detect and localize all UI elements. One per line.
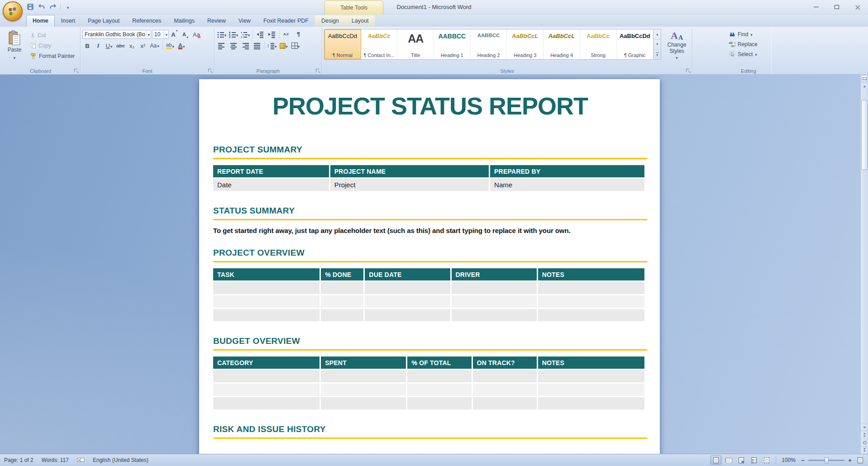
superscript-button[interactable]: x² — [138, 41, 148, 51]
clipboard-dialog-launcher[interactable] — [73, 68, 79, 73]
table-cell[interactable] — [407, 370, 471, 382]
line-spacing-button[interactable] — [267, 41, 277, 51]
style-title[interactable]: AATitle — [397, 29, 434, 59]
draft-view-button[interactable] — [761, 456, 772, 465]
column-header[interactable]: DUE DATE — [365, 268, 450, 281]
increase-indent-button[interactable] — [267, 30, 277, 39]
proofing-status[interactable]: x — [73, 454, 89, 466]
full-screen-reading-view-button[interactable] — [723, 456, 734, 465]
qat-customize-button[interactable] — [63, 2, 73, 12]
column-header[interactable]: % OF TOTAL — [407, 357, 471, 369]
table-cell[interactable] — [321, 295, 363, 308]
multilevel-list-button[interactable] — [240, 30, 251, 39]
table-cell[interactable] — [365, 309, 450, 321]
table-cell[interactable] — [213, 295, 320, 308]
table-cell[interactable] — [473, 370, 537, 382]
minimize-button[interactable] — [806, 0, 826, 14]
table-cell[interactable] — [365, 282, 450, 294]
table-cell[interactable] — [407, 397, 471, 409]
undo-button[interactable] — [37, 2, 47, 12]
column-header[interactable]: ON TRACK? — [473, 357, 537, 369]
table-cell[interactable] — [213, 397, 320, 409]
table-cell[interactable] — [407, 384, 471, 396]
tab-mailings[interactable]: Mailings — [167, 15, 201, 27]
table-cell[interactable] — [538, 370, 644, 382]
ruler-toggle-button[interactable] — [861, 75, 868, 82]
section-heading-risk-history[interactable]: RISK AND ISSUE HISTORY — [213, 424, 647, 439]
maximize-button[interactable] — [826, 0, 847, 14]
scrollbar-thumb[interactable] — [861, 100, 868, 170]
subscript-button[interactable]: x₂ — [127, 41, 137, 51]
table-cell[interactable] — [321, 370, 406, 382]
tab-references[interactable]: References — [126, 15, 167, 27]
borders-button[interactable] — [290, 41, 301, 51]
table-cell[interactable] — [538, 384, 644, 396]
copy-button[interactable]: Copy — [28, 41, 77, 50]
styles-scroll-up-button[interactable] — [653, 29, 661, 39]
previous-page-button[interactable] — [861, 431, 868, 438]
tab-insert[interactable]: Insert — [55, 15, 81, 27]
close-button[interactable] — [847, 0, 868, 14]
section-heading-project-overview[interactable]: PROJECT OVERVIEW — [213, 248, 647, 262]
zoom-slider[interactable] — [808, 460, 844, 461]
paste-button[interactable]: Paste — [3, 29, 26, 67]
style-graphic[interactable]: AaBbCcDd¶ Graphic — [617, 29, 653, 59]
section-heading-budget-overview[interactable]: BUDGET OVERVIEW — [213, 336, 647, 351]
page-indicator[interactable]: Page: 1 of 2 — [0, 454, 38, 466]
column-header[interactable]: DRIVER — [452, 268, 537, 281]
table-cell[interactable] — [538, 309, 644, 321]
table-cell[interactable] — [538, 282, 644, 294]
replace-button[interactable]: abac Replace — [728, 39, 769, 49]
column-header[interactable]: CATEGORY — [213, 357, 320, 369]
table-cell[interactable] — [213, 309, 320, 321]
section-heading-status-summary[interactable]: STATUS SUMMARY — [213, 206, 647, 220]
format-painter-button[interactable]: Format Painter — [28, 51, 77, 61]
column-header[interactable]: SPENT — [321, 357, 406, 369]
paragraph-dialog-launcher[interactable] — [315, 68, 320, 73]
change-case-button[interactable]: Aa — [149, 41, 161, 51]
zoom-out-button[interactable] — [799, 456, 806, 464]
sort-button[interactable] — [281, 30, 292, 39]
show-hide-formatting-button[interactable] — [293, 30, 304, 39]
cut-button[interactable]: ✂ Cut — [28, 30, 77, 40]
decrease-indent-button[interactable] — [255, 30, 266, 39]
table-cell[interactable] — [365, 295, 450, 308]
scroll-up-button[interactable] — [861, 82, 868, 90]
bullets-button[interactable] — [216, 30, 227, 39]
table-cell[interactable] — [473, 384, 537, 396]
table-cell[interactable] — [538, 295, 644, 308]
zoom-slider-thumb[interactable] — [825, 457, 829, 463]
column-header[interactable]: NOTES — [538, 357, 644, 369]
align-left-button[interactable] — [216, 41, 227, 51]
language-indicator[interactable]: English (United States) — [89, 454, 153, 466]
table-cell[interactable] — [213, 384, 320, 396]
justify-button[interactable] — [252, 41, 262, 51]
zoom-level[interactable]: 100% — [780, 457, 797, 463]
scroll-down-button[interactable] — [861, 423, 868, 431]
tab-design[interactable]: Design — [315, 15, 345, 27]
column-header[interactable]: NOTES — [538, 268, 644, 281]
tab-page-layout[interactable]: Page Layout — [81, 15, 126, 27]
align-center-button[interactable] — [228, 41, 239, 51]
styles-dialog-launcher[interactable] — [685, 68, 691, 73]
table-cell[interactable] — [321, 282, 363, 294]
table-cell[interactable] — [452, 295, 537, 308]
style-contact-info[interactable]: AaBbCc¶ Contact In... — [361, 29, 398, 59]
table-cell[interactable] — [321, 384, 406, 396]
style-heading-2[interactable]: AABBCCHeading 2 — [471, 29, 507, 59]
word-count[interactable]: Words: 117 — [38, 454, 73, 466]
save-button[interactable] — [25, 2, 35, 12]
section-heading-project-summary[interactable]: PROJECT SUMMARY — [213, 145, 647, 159]
tab-review[interactable]: Review — [201, 15, 232, 27]
tab-layout[interactable]: Layout — [345, 15, 375, 27]
table-cell[interactable] — [452, 282, 537, 294]
zoom-in-button[interactable] — [846, 456, 854, 464]
style-strong[interactable]: AaBbCcStrong — [580, 29, 617, 59]
styles-scroll-down-button[interactable] — [653, 39, 661, 49]
redo-button[interactable] — [48, 2, 58, 12]
clear-formatting-button[interactable]: Aa — [191, 30, 201, 39]
text-highlight-button[interactable]: ab — [165, 41, 176, 51]
column-header[interactable]: TASK — [213, 268, 320, 281]
font-dialog-launcher[interactable] — [207, 68, 213, 73]
column-header[interactable]: PREPARED BY — [490, 165, 644, 177]
